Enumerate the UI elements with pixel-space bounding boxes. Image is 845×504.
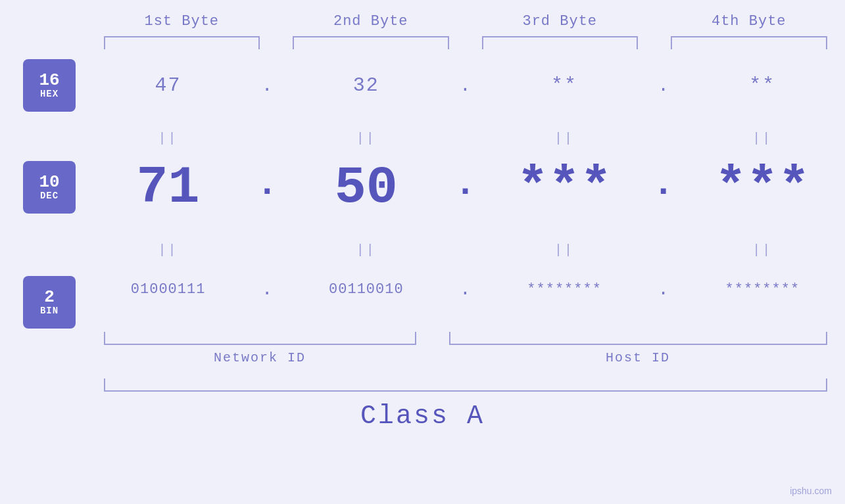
byte-label-2: 2nd Byte — [293, 13, 449, 30]
equal-4: || — [680, 131, 845, 146]
equal-b-1: || — [85, 242, 251, 258]
dec-dot-1: . — [251, 164, 283, 212]
id-labels-row: Network ID Host ID — [104, 350, 827, 365]
bin-row: 01000111 . 00110010 . ******** . *******… — [85, 263, 845, 315]
bin-byte-3: ******** — [482, 281, 647, 298]
watermark: ipshu.com — [790, 486, 832, 496]
bracket-top-3 — [482, 36, 639, 49]
equal-b-4: || — [680, 242, 845, 258]
hex-badge: 16 HEX — [23, 59, 76, 112]
bin-badge-label: BIN — [40, 306, 59, 316]
dec-row: 71 . 50 . *** . *** — [85, 151, 845, 223]
byte-labels-row: 1st Byte 2nd Byte 3rd Byte 4th Byte — [104, 13, 827, 30]
equals-row-2: || || || || — [85, 237, 845, 263]
dec-badge: 10 DEC — [23, 161, 76, 214]
hex-byte-2: 32 — [283, 74, 448, 97]
hex-dot-2: . — [449, 76, 482, 96]
equal-2: || — [283, 131, 448, 146]
equals-row-1: || || || || — [85, 125, 845, 151]
hex-byte-4: ** — [680, 74, 845, 97]
host-id-label: Host ID — [449, 350, 827, 365]
byte-label-4: 4th Byte — [671, 13, 827, 30]
dec-badge-label: DEC — [40, 191, 59, 201]
bin-dot-2: . — [449, 279, 482, 300]
bracket-top-1 — [104, 36, 260, 49]
bin-badge: 2 BIN — [23, 276, 76, 329]
full-bracket-row — [104, 378, 827, 392]
bin-badge-number: 2 — [44, 288, 55, 306]
hex-row: 47 . 32 . ** . ** — [85, 59, 845, 112]
bracket-top-4 — [671, 36, 827, 49]
bin-byte-2: 00110010 — [283, 281, 448, 298]
bin-dot-1: . — [251, 279, 283, 300]
grid-area: 47 . 32 . ** . ** || || || || 71 — [85, 59, 845, 329]
hex-byte-1: 47 — [85, 74, 251, 97]
base-badges: 16 HEX 10 DEC 2 BIN — [0, 59, 85, 329]
bin-dot-3: . — [647, 279, 680, 300]
full-bottom-bracket — [104, 378, 827, 392]
bin-byte-1: 01000111 — [85, 281, 251, 298]
class-label: Class A — [0, 401, 845, 431]
bottom-bracket-row — [104, 332, 827, 345]
byte-label-3: 3rd Byte — [482, 13, 639, 30]
dec-byte-3: *** — [482, 158, 647, 218]
byte-label-1: 1st Byte — [104, 13, 260, 30]
bracket-top-2 — [293, 36, 449, 49]
dec-byte-1: 71 — [85, 158, 251, 218]
content-area: 16 HEX 10 DEC 2 BIN 47 . 32 . ** . ** — [0, 59, 845, 329]
equal-b-2: || — [283, 242, 448, 258]
network-id-label: Network ID — [104, 350, 416, 365]
dec-dot-3: . — [647, 164, 680, 212]
dec-byte-2: 50 — [283, 158, 448, 218]
bin-byte-4: ******** — [680, 281, 845, 298]
dec-dot-2: . — [449, 164, 482, 212]
hex-dot-3: . — [647, 76, 680, 96]
dec-badge-number: 10 — [39, 173, 59, 191]
hex-dot-1: . — [251, 76, 283, 96]
equal-3: || — [482, 131, 647, 146]
host-bracket — [449, 332, 827, 345]
top-bracket-row — [104, 36, 827, 49]
hex-byte-3: ** — [482, 74, 647, 97]
equal-1: || — [85, 131, 251, 146]
main-container: 1st Byte 2nd Byte 3rd Byte 4th Byte 16 H… — [0, 0, 845, 504]
hex-badge-number: 16 — [39, 72, 59, 89]
equal-b-3: || — [482, 242, 647, 258]
dec-byte-4: *** — [680, 158, 845, 218]
hex-badge-label: HEX — [40, 89, 59, 99]
network-bracket — [104, 332, 416, 345]
